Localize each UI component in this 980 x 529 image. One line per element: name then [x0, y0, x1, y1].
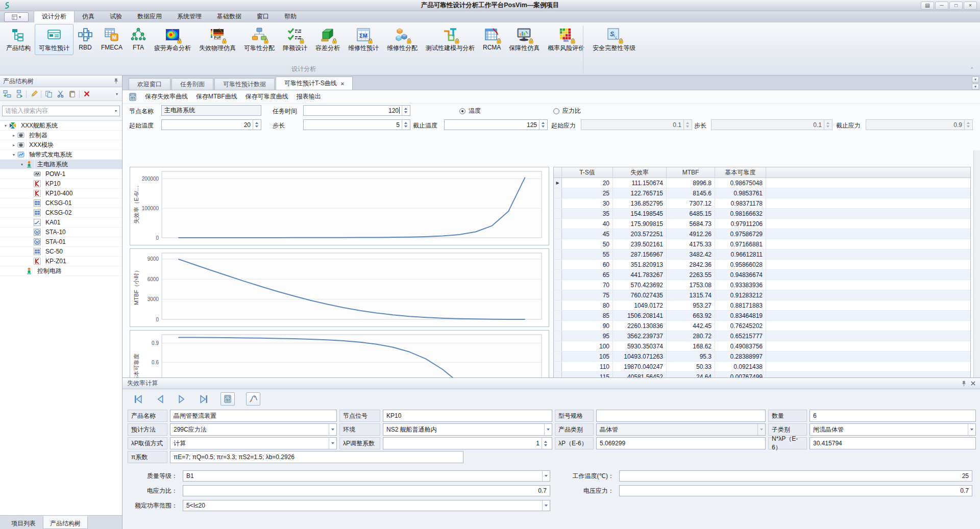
stress-step-field[interactable]: 0.1 — [711, 119, 832, 130]
application-menu-button[interactable]: ▾ — [4, 12, 29, 22]
calculator-icon[interactable] — [129, 93, 137, 101]
chevron-down-icon[interactable] — [544, 424, 552, 435]
start-temp-field[interactable]: 20 — [161, 119, 261, 130]
tree-item-sc-50[interactable]: SC-50 — [0, 247, 122, 257]
table-row[interactable]: 65441.7832672263.550.94836674 — [554, 270, 970, 280]
close-icon[interactable] — [971, 381, 975, 386]
column-header[interactable]: 失效率 — [613, 167, 667, 178]
add-sibling-node-icon[interactable] — [3, 89, 12, 98]
table-row[interactable]: 60351.8209132842.360.95866028 — [554, 260, 970, 270]
lambda-p-mode-field[interactable]: 计算 — [170, 437, 337, 449]
prediction-method-field[interactable]: 299C应力法 — [170, 423, 337, 436]
tree-expander-icon[interactable]: ▾ — [2, 123, 9, 128]
tree-item-main-circuit-system[interactable]: ▾主电路系统 — [0, 160, 122, 169]
table-row[interactable]: 801049.0172953.270.88171883 — [554, 300, 970, 311]
column-header[interactable]: 基本可靠度 — [715, 167, 766, 178]
menu-item-window[interactable]: 窗口 — [249, 10, 277, 22]
tree-expander-icon[interactable]: ▸ — [10, 143, 17, 147]
record-previous-button[interactable] — [155, 394, 165, 405]
tree-item-pow-1[interactable]: POW-1 — [0, 169, 122, 179]
tree-item-cksg-02[interactable]: CKSG-02 — [0, 208, 122, 218]
menu-item-simulation[interactable]: 仿真 — [75, 10, 102, 22]
lambda-p-field[interactable]: 5.069299 — [596, 437, 766, 449]
table-row[interactable]: 45203.5722514912.260.97586729 — [554, 229, 970, 239]
ribbon-button-fatigue-life[interactable]: 疲劳寿命分析 — [150, 24, 195, 55]
ribbon-button-product-structure[interactable]: 产品结构 — [2, 24, 35, 55]
toolbar-overflow-icon[interactable]: ▾ — [116, 92, 119, 96]
start-temp-spinner[interactable] — [253, 120, 260, 130]
tree-item-xxx-module[interactable]: ▸XXX模块 — [0, 140, 122, 150]
ribbon-button-risk-assessment[interactable]: RIS概率风险评价 — [544, 24, 589, 55]
tree-item-kp10-400[interactable]: KP10-400 — [0, 189, 122, 198]
lambda-p-factor-field[interactable]: 1 — [383, 437, 552, 449]
table-row[interactable]: 55287.1569673482.420.96612811 — [554, 249, 970, 260]
doc-tab-ts-curve[interactable]: 可靠性预计T-S曲线× — [276, 77, 353, 90]
lambda-p-factor-spinner[interactable] — [542, 438, 549, 449]
table-row[interactable]: 75760.0274351315.740.91283212 — [554, 290, 970, 300]
tree-item-kp-z01[interactable]: KP-Z01 — [0, 257, 122, 266]
column-header[interactable]: MTBF — [667, 167, 715, 178]
table-row[interactable]: 1005930.350374168.620.49083756 — [554, 341, 970, 351]
menu-item-test[interactable]: 试验 — [102, 10, 130, 22]
table-row[interactable]: 11019870.04024750.330.0921438 — [554, 362, 970, 372]
temp-step-field[interactable]: 5 — [303, 119, 410, 130]
chevron-down-icon[interactable] — [968, 424, 975, 435]
sub-category-field[interactable]: 闸流晶体管 — [810, 423, 976, 436]
rated-power-range-field[interactable]: 5<I≤20 — [183, 500, 550, 511]
menu-item-system-management[interactable]: 系统管理 — [169, 10, 209, 22]
tree-item-control-circuit[interactable]: 控制电路 — [0, 266, 122, 276]
save-reliability-curve-button[interactable]: 保存可靠度曲线 — [246, 92, 288, 101]
table-row[interactable]: ▶20111.1506748996.80.98675048 — [554, 178, 970, 188]
chevron-down-icon[interactable] — [757, 424, 765, 435]
calculate-button[interactable] — [220, 392, 235, 406]
search-input[interactable]: 请输入搜索内容 ▾ — [2, 106, 120, 116]
tab-list-icon[interactable]: ▼ — [972, 77, 979, 83]
search-dropdown-icon[interactable]: ▾ — [115, 109, 117, 113]
tree-item-sta-10[interactable]: MSTA-10 — [0, 228, 122, 237]
curve-button[interactable] — [246, 392, 260, 406]
voltage-stress-field[interactable]: 0.7 — [619, 485, 972, 496]
ribbon-button-fta[interactable]: FTA — [127, 24, 150, 54]
ribbon-button-derating-design[interactable]: 降额设计 — [279, 24, 311, 55]
model-spec-field[interactable] — [596, 410, 766, 422]
tree-item-shaft-generator-system[interactable]: ▾轴带式发电系统 — [0, 150, 122, 160]
tree-item-controller[interactable]: ▸控制器 — [0, 131, 122, 140]
product-name-field[interactable]: 晶闸管整流装置 — [170, 410, 337, 422]
table-row[interactable]: 40175.9098155684.730.97911206 — [554, 219, 970, 229]
node-position-field[interactable]: KP10 — [383, 410, 552, 422]
pin-icon[interactable] — [961, 381, 967, 387]
tree-expander-icon[interactable]: ▾ — [10, 153, 17, 157]
ribbon-collapse-icon[interactable]: ⌃ — [970, 67, 974, 72]
chevron-down-icon[interactable] — [542, 471, 550, 481]
ribbon-button-reliability-prediction[interactable]: 可靠性预计 — [35, 24, 74, 55]
pin-icon[interactable] — [113, 78, 119, 84]
menu-item-design-analysis[interactable]: 设计分析 — [34, 10, 75, 22]
ribbon-button-testability-modeling[interactable]: 测试性建模与分析 — [422, 24, 479, 55]
ribbon-button-maintainability-allocation[interactable]: 维修性分配 — [383, 24, 422, 55]
tree-expander-icon[interactable]: ▾ — [18, 162, 26, 167]
ribbon-button-supportability-simulation[interactable]: 保障性仿真 — [505, 24, 544, 55]
ribbon-button-fmeca[interactable]: MFMECA — [97, 24, 127, 54]
menu-item-data-application[interactable]: 数据应用 — [130, 10, 169, 22]
ribbon-button-reliability-allocation[interactable]: 可靠性分配 — [240, 24, 279, 55]
start-stress-field[interactable]: 0.1 — [581, 119, 692, 130]
ribbon-button-rbd[interactable]: RBD — [74, 24, 97, 54]
window-close-button[interactable]: × — [964, 2, 977, 10]
tree-item-ship-system[interactable]: ▾XXX舰船系统 — [0, 121, 122, 131]
chevron-down-icon[interactable] — [329, 424, 336, 435]
cut-icon[interactable] — [56, 89, 65, 98]
tab-scroll-down-icon[interactable]: ▼ — [972, 84, 979, 90]
end-temp-spinner[interactable] — [539, 120, 546, 130]
ribbon-button-rcma[interactable]: RCMA — [479, 24, 505, 54]
table-row[interactable]: 10510493.07126395.30.28388997 — [554, 351, 970, 362]
n-lambda-p-field[interactable]: 30.415794 — [810, 437, 976, 449]
table-row[interactable]: 851506.208141663.920.83464819 — [554, 311, 970, 321]
tree-item-kp10[interactable]: KP10 — [0, 179, 122, 189]
temp-step-spinner[interactable] — [402, 120, 409, 130]
menu-item-basic-data[interactable]: 基础数据 — [209, 10, 249, 22]
paste-icon[interactable] — [67, 89, 77, 98]
sidebar-tab-project-list[interactable]: 项目列表 — [4, 516, 43, 529]
quality-grade-field[interactable]: B1 — [183, 470, 550, 482]
column-header[interactable]: T-S值 — [562, 167, 613, 178]
save-failure-rate-curve-button[interactable]: 保存失效率曲线 — [145, 92, 188, 101]
